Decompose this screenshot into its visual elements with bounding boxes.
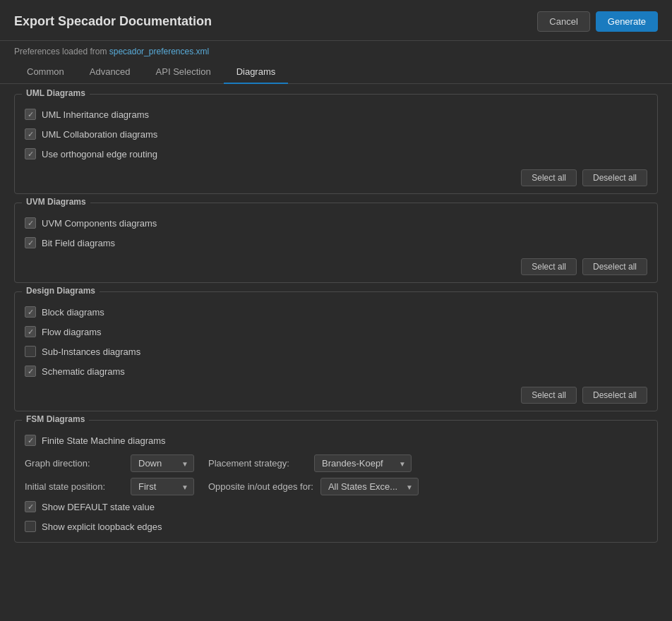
uvm-label-0: UVM Components diagrams	[42, 218, 157, 229]
tab-diagrams[interactable]: Diagrams	[224, 61, 289, 84]
tabs-row: Common Advanced API Selection Diagrams	[0, 61, 672, 84]
uml-checkbox-2[interactable]	[25, 148, 36, 159]
uml-select-all-button[interactable]: Select all	[521, 169, 577, 186]
fsm-show-loopback-row: Show explicit loopback edges	[25, 518, 647, 535]
fsm-label-0: Finite State Machine diagrams	[42, 435, 166, 446]
design-select-all-button[interactable]: Select all	[521, 387, 577, 404]
placement-strategy-group: Placement strategy: Brandes-Koepf Simple…	[208, 454, 412, 472]
preferences-filename[interactable]: specador_preferences.xml	[109, 47, 209, 56]
design-label-1: Flow diagrams	[42, 327, 102, 337]
placement-strategy-wrapper: Brandes-Koepf Simple Network Simplex ▼	[314, 454, 412, 472]
fsm-section-title: FSM Diagrams	[22, 414, 89, 424]
uml-section: UML Diagrams UML Inheritance diagrams UM…	[14, 94, 658, 194]
fsm-row-1: Graph direction: Down Up Left Right ▼ Pl…	[25, 454, 647, 472]
design-section-title: Design Diagrams	[22, 286, 100, 296]
uml-label-1: UML Collaboration diagrams	[42, 129, 157, 140]
tab-common[interactable]: Common	[14, 61, 77, 84]
fsm-show-loopback-checkbox[interactable]	[25, 521, 36, 532]
uml-checkbox-1[interactable]	[25, 128, 36, 140]
uml-section-title: UML Diagrams	[22, 88, 90, 98]
opposite-edges-group: Opposite in/out edges for: All States Ex…	[208, 478, 419, 495]
initial-state-select[interactable]: First Last None	[131, 478, 194, 495]
uml-deselect-all-button[interactable]: Deselect all	[582, 169, 647, 186]
uvm-item-1: Bit Field diagrams	[25, 234, 647, 251]
dialog-title: Export Specador Documentation	[14, 14, 212, 29]
design-item-3: Schematic diagrams	[25, 363, 647, 380]
design-section: Design Diagrams Block diagrams Flow diag…	[14, 291, 658, 411]
uvm-item-0: UVM Components diagrams	[25, 215, 647, 231]
graph-direction-select[interactable]: Down Up Left Right	[131, 454, 194, 472]
placement-strategy-label: Placement strategy:	[208, 458, 307, 469]
dialog-header: Export Specador Documentation Cancel Gen…	[0, 0, 672, 41]
design-checkbox-0[interactable]	[25, 306, 36, 318]
design-label-0: Block diagrams	[42, 307, 104, 318]
preferences-row: Preferences loaded from specador_prefere…	[0, 41, 672, 61]
uml-label-2: Use orthogonal edge routing	[42, 149, 157, 159]
design-checkbox-3[interactable]	[25, 366, 36, 377]
design-item-0: Block diagrams	[25, 303, 647, 320]
uvm-section-title: UVM Diagrams	[22, 197, 90, 207]
opposite-edges-label: Opposite in/out edges for:	[208, 481, 313, 492]
uml-section-footer: Select all Deselect all	[25, 169, 647, 186]
fsm-checkbox-0[interactable]	[25, 435, 36, 446]
design-section-footer: Select all Deselect all	[25, 387, 647, 404]
design-checkbox-2[interactable]	[25, 346, 36, 357]
uml-item-1: UML Collaboration diagrams	[25, 126, 647, 143]
uvm-checkbox-0[interactable]	[25, 217, 36, 229]
initial-state-wrapper: First Last None ▼	[131, 478, 194, 495]
cancel-button[interactable]: Cancel	[537, 11, 589, 32]
fsm-show-default-label: Show DEFAULT state value	[42, 502, 155, 512]
fsm-item-0: Finite State Machine diagrams	[25, 432, 647, 449]
opposite-edges-select[interactable]: All States Exce... All States None	[320, 478, 419, 495]
content-area: UML Diagrams UML Inheritance diagrams UM…	[0, 84, 672, 621]
design-label-2: Sub-Instances diagrams	[42, 346, 140, 357]
initial-state-group: Initial state position: First Last None …	[25, 478, 194, 495]
dialog: Export Specador Documentation Cancel Gen…	[0, 0, 672, 621]
fsm-row-2: Initial state position: First Last None …	[25, 478, 647, 495]
graph-direction-group: Graph direction: Down Up Left Right ▼	[25, 454, 194, 472]
uvm-checkbox-1[interactable]	[25, 237, 36, 248]
uvm-select-all-button[interactable]: Select all	[521, 258, 577, 275]
fsm-show-default-row: Show DEFAULT state value	[25, 498, 647, 515]
design-item-2: Sub-Instances diagrams	[25, 343, 647, 360]
graph-direction-wrapper: Down Up Left Right ▼	[131, 454, 194, 472]
tab-advanced[interactable]: Advanced	[77, 61, 143, 84]
uvm-deselect-all-button[interactable]: Deselect all	[582, 258, 647, 275]
placement-strategy-select[interactable]: Brandes-Koepf Simple Network Simplex	[314, 454, 412, 472]
opposite-edges-wrapper: All States Exce... All States None ▼	[320, 478, 419, 495]
design-deselect-all-button[interactable]: Deselect all	[582, 387, 647, 404]
uml-label-0: UML Inheritance diagrams	[42, 109, 149, 120]
uvm-section: UVM Diagrams UVM Components diagrams Bit…	[14, 203, 658, 283]
fsm-show-loopback-label: Show explicit loopback edges	[42, 521, 162, 532]
fsm-show-default-checkbox[interactable]	[25, 501, 36, 512]
initial-state-label: Initial state position:	[25, 481, 124, 492]
tab-api-selection[interactable]: API Selection	[143, 61, 224, 84]
design-label-3: Schematic diagrams	[42, 366, 125, 377]
uvm-section-footer: Select all Deselect all	[25, 258, 647, 275]
preferences-text: Preferences loaded from	[14, 47, 107, 56]
uvm-label-1: Bit Field diagrams	[42, 238, 115, 248]
header-buttons: Cancel Generate	[537, 11, 658, 32]
graph-direction-label: Graph direction:	[25, 458, 124, 469]
generate-button[interactable]: Generate	[596, 11, 658, 32]
uml-item-0: UML Inheritance diagrams	[25, 106, 647, 123]
uml-item-2: Use orthogonal edge routing	[25, 145, 647, 162]
fsm-section: FSM Diagrams Finite State Machine diagra…	[14, 420, 658, 543]
uml-checkbox-0[interactable]	[25, 109, 36, 120]
design-item-1: Flow diagrams	[25, 323, 647, 340]
design-checkbox-1[interactable]	[25, 326, 36, 337]
